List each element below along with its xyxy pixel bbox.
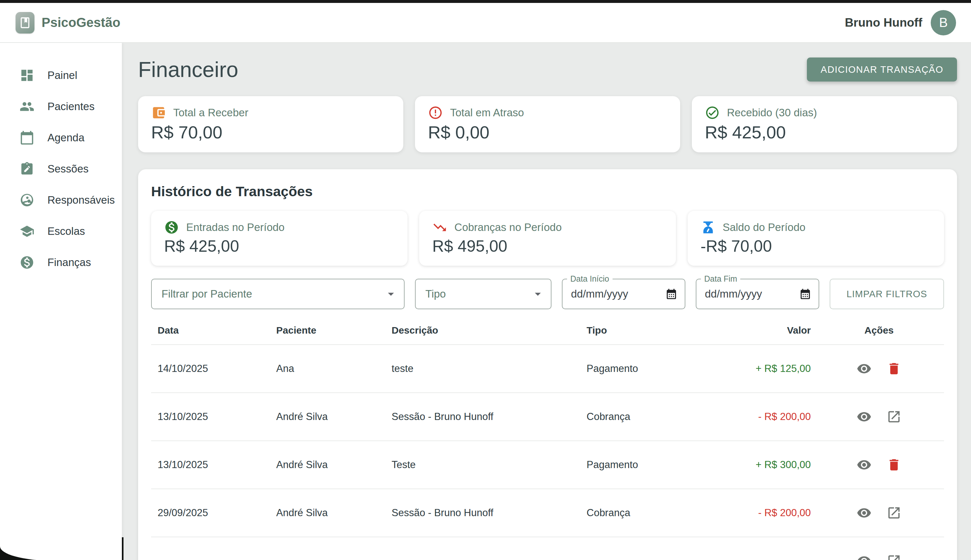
stat-card-value: R$ 425,00 — [705, 123, 944, 142]
user-avatar[interactable]: B — [931, 10, 956, 35]
transaction-type: Cobrança — [583, 489, 723, 537]
sidebar-item-label: Escolas — [47, 225, 85, 237]
table-row — [151, 537, 944, 560]
sidebar-item-responsaveis[interactable]: Responsáveis — [0, 185, 122, 216]
brand: PsicoGestão — [16, 12, 120, 33]
transaction-date: 13/10/2025 — [151, 393, 273, 441]
date-end-input[interactable]: Data Fim dd/mm/yyyy — [696, 279, 819, 309]
stat-card-label: Cobranças no Período — [454, 221, 562, 233]
user-name: Bruno Hunoff — [845, 16, 922, 30]
book-icon — [18, 16, 32, 29]
period-cards-row: Entradas no PeríodoR$ 425,00Cobranças no… — [151, 211, 944, 266]
transaction-type: Pagamento — [583, 441, 723, 489]
column-header-paciente: Paciente — [273, 320, 388, 345]
transaction-actions — [814, 441, 944, 489]
open-external-action-button[interactable] — [886, 409, 901, 424]
transaction-patient: André Silva — [273, 441, 388, 489]
stat-card-label: Total em Atraso — [450, 107, 524, 119]
avatar-initial: B — [939, 15, 948, 30]
stat-card-label: Entradas no Período — [186, 221, 285, 233]
patient-filter-select[interactable]: Filtrar por Paciente — [151, 279, 405, 309]
calendar-icon — [20, 130, 35, 145]
date-start-input[interactable]: Data Início dd/mm/yyyy — [562, 279, 685, 309]
page-title: Financeiro — [138, 57, 238, 82]
eye-icon — [857, 505, 872, 520]
scale-icon — [701, 220, 716, 235]
open-external-action-button[interactable] — [886, 553, 901, 560]
wallet-icon — [151, 105, 166, 120]
trash-icon — [886, 457, 901, 472]
eye-icon — [857, 457, 872, 472]
open-external-icon — [886, 505, 901, 520]
eye-icon — [857, 409, 872, 424]
stat-card-value: R$ 495,00 — [432, 237, 662, 255]
alert-icon — [428, 105, 443, 120]
view-action-button[interactable] — [857, 553, 872, 560]
calendar-icon[interactable] — [799, 288, 811, 300]
table-row: 13/10/2025André SilvaTestePagamento+ R$ … — [151, 441, 944, 489]
money-icon — [164, 220, 179, 235]
stat-card-value: R$ 70,00 — [151, 123, 390, 142]
table-row: 14/10/2025AnatestePagamento+ R$ 125,00 — [151, 345, 944, 393]
trash-icon — [886, 361, 901, 376]
stat-card-recebido-30-dias: Recebido (30 dias)R$ 425,00 — [692, 96, 957, 152]
date-start-value: dd/mm/yyyy — [571, 288, 628, 300]
view-action-button[interactable] — [857, 409, 872, 424]
sidebar-item-escolas[interactable]: Escolas — [0, 216, 122, 247]
delete-action-button[interactable] — [886, 361, 901, 376]
app-header: PsicoGestão Bruno Hunoff B — [0, 3, 971, 43]
view-action-button[interactable] — [857, 505, 872, 520]
type-filter-select[interactable]: Tipo — [415, 279, 551, 309]
transaction-value: - R$ 200,00 — [723, 489, 814, 537]
group-icon — [20, 99, 35, 114]
sidebar-item-label: Painel — [47, 69, 77, 82]
app-logo — [16, 12, 35, 33]
transaction-description: teste — [388, 345, 583, 393]
money-icon — [20, 255, 35, 270]
sidebar-item-sessoes[interactable]: Sessões — [0, 153, 122, 185]
sidebar-item-pacientes[interactable]: Pacientes — [0, 91, 122, 122]
open-external-icon — [886, 409, 901, 424]
sidebar-item-label: Agenda — [47, 132, 85, 144]
main-content: Financeiro ADICIONAR TRANSAÇÃO Total a R… — [122, 43, 971, 560]
sidebar-item-label: Pacientes — [47, 100, 95, 113]
transaction-value: + R$ 300,00 — [723, 441, 814, 489]
sidebar: PainelPacientesAgendaSessõesResponsáveis… — [0, 43, 122, 560]
column-header-tipo: Tipo — [583, 320, 723, 345]
stat-card-total-em-atraso: Total em AtrasoR$ 0,00 — [415, 96, 680, 152]
transaction-date — [151, 537, 273, 560]
transaction-date: 13/10/2025 — [151, 441, 273, 489]
calendar-icon[interactable] — [665, 288, 677, 300]
stat-card-entradas-periodo: Entradas no PeríodoR$ 425,00 — [151, 211, 407, 266]
transaction-patient: André Silva — [273, 393, 388, 441]
sidebar-item-financas[interactable]: Finanças — [0, 247, 122, 278]
add-transaction-button[interactable]: ADICIONAR TRANSAÇÃO — [807, 57, 957, 82]
sidebar-item-agenda[interactable]: Agenda — [0, 122, 122, 153]
sidebar-item-painel[interactable]: Painel — [0, 60, 122, 91]
history-title: Histórico de Transações — [151, 183, 944, 199]
check-icon — [705, 105, 720, 120]
transaction-description — [388, 537, 583, 560]
eye-icon — [857, 361, 872, 376]
transaction-type — [583, 537, 723, 560]
date-end-value: dd/mm/yyyy — [705, 288, 762, 300]
column-header-aes: Ações — [814, 320, 944, 345]
stat-card-value: R$ 425,00 — [164, 237, 394, 255]
stat-card-label: Saldo do Período — [723, 221, 806, 233]
chevron-down-icon — [531, 287, 545, 301]
view-action-button[interactable] — [857, 361, 872, 376]
column-header-data: Data — [151, 320, 273, 345]
dashboard-icon — [20, 68, 35, 83]
filters-row: Filtrar por Paciente Tipo Data Início dd… — [151, 279, 944, 309]
open-external-action-button[interactable] — [886, 505, 901, 520]
delete-action-button[interactable] — [886, 457, 901, 472]
transaction-date: 14/10/2025 — [151, 345, 273, 393]
trend-down-icon — [432, 220, 447, 235]
table-row: 13/10/2025André SilvaSessão - Bruno Huno… — [151, 393, 944, 441]
sidebar-item-label: Finanças — [47, 256, 91, 268]
app-title: PsicoGestão — [42, 15, 120, 30]
stat-card-saldo-periodo: Saldo do Período-R$ 70,00 — [687, 211, 944, 266]
clear-filters-button[interactable]: LIMPAR FILTROS — [830, 279, 944, 309]
view-action-button[interactable] — [857, 457, 872, 472]
patient-filter-label: Filtrar por Paciente — [162, 288, 252, 300]
